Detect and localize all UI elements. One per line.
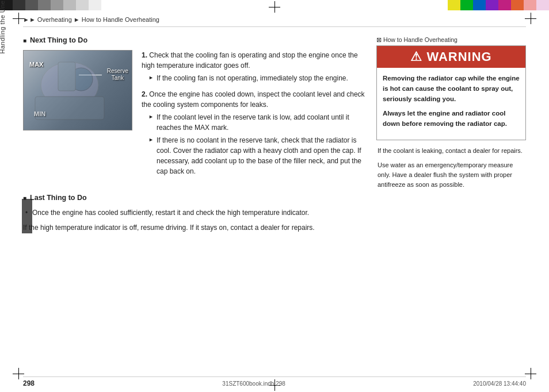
breadcrumb: ►► Overheating ► How to Handle Overheati… xyxy=(23,11,526,27)
step1-sub1: If the cooling fan is not operating, imm… xyxy=(148,73,365,83)
swatch-pink-very-light xyxy=(536,0,549,10)
last-thing-heading: Last Thing to Do xyxy=(23,194,365,202)
note2: Use water as an emergency/temporary meas… xyxy=(378,160,525,190)
svg-rect-3 xyxy=(58,62,75,91)
last-bullet-list: Once the engine has cooled sufficiently,… xyxy=(25,207,365,218)
left-swatches xyxy=(0,0,115,10)
last-paragraph: If the high temperature indicator is off… xyxy=(23,222,365,233)
step2-sub-bullets: If the coolant level in the reserve tank… xyxy=(148,112,365,176)
step1-text: Check that the cooling fan is operating … xyxy=(142,51,358,70)
page-number: 298 xyxy=(23,379,35,387)
last-bullet-item: Once the engine has cooled sufficiently,… xyxy=(25,207,365,218)
swatch-mid-gray1 xyxy=(38,0,51,10)
left-column: Next Thing to Do MAX MIN ReserveTank xyxy=(23,36,365,233)
swatch-mid-gray2 xyxy=(51,0,63,10)
reg-mark-top-left xyxy=(13,13,24,24)
swatch-dark-gray1 xyxy=(13,0,25,10)
svg-rect-1 xyxy=(35,97,104,120)
engine-decoration xyxy=(24,51,132,130)
reg-mark-top-right xyxy=(525,13,536,24)
step1-sub-bullets: If the cooling fan is not operating, imm… xyxy=(148,73,365,83)
step2-sub2: If there is no coolant in the reserve ta… xyxy=(148,135,365,176)
bottom-bar: 298 31SZT600book.indb 298 2010/04/28 13:… xyxy=(23,376,526,387)
crosshair-top xyxy=(269,1,280,13)
swatch-yellow xyxy=(448,0,460,10)
swatch-light-gray2 xyxy=(76,0,89,10)
swatch-pink-light xyxy=(524,0,536,10)
note1: If the coolant is leaking, contact a dea… xyxy=(378,146,525,156)
swatch-orange xyxy=(511,0,524,10)
swatch-light-gray1 xyxy=(63,0,76,10)
date-info: 2010/04/28 13:44:40 xyxy=(473,381,526,387)
warning-bold1: Removing the radiator cap while the engi… xyxy=(383,74,520,104)
reg-mark-bottom-left xyxy=(13,368,24,379)
swatch-very-light-gray xyxy=(89,0,101,10)
swatch-dark-gray2 xyxy=(25,0,38,10)
step-1: 1. Check that the cooling fan is operati… xyxy=(142,50,365,83)
warning-title: WARNING xyxy=(426,49,491,64)
next-thing-heading: Next Thing to Do xyxy=(23,36,365,44)
sidebar-label: Handling the Unexpected xyxy=(0,0,6,54)
step2-text: Once the engine has cooled down, inspect… xyxy=(142,90,365,109)
step2-sub1: If the coolant level in the reserve tank… xyxy=(148,112,365,133)
swatch-purple xyxy=(486,0,498,10)
step-2: 2. Once the engine has cooled down, insp… xyxy=(142,89,365,176)
last-section: Last Thing to Do Once the engine has coo… xyxy=(23,194,365,233)
right-swatches xyxy=(448,0,549,10)
warning-triangle-icon: ⚠ xyxy=(410,49,422,64)
main-layout: Next Thing to Do MAX MIN ReserveTank xyxy=(23,36,526,233)
warning-header: ⚠ WARNING xyxy=(377,46,525,68)
page-content: Handling the Unexpected ►► Overheating ►… xyxy=(23,11,526,375)
engine-image: MAX MIN ReserveTank xyxy=(23,50,132,130)
warning-bold2: Always let the engine and radiator cool … xyxy=(383,109,520,129)
breadcrumb-text: ►► Overheating ► How to Handle Overheati… xyxy=(23,16,159,23)
swatch-magenta xyxy=(498,0,511,10)
warning-body: Removing the radiator cap while the engi… xyxy=(377,68,525,140)
warning-box: ⚠ WARNING Removing the radiator cap whil… xyxy=(376,45,526,140)
step1-number: 1. xyxy=(142,51,147,59)
steps: 1. Check that the cooling fan is operati… xyxy=(142,50,365,182)
reg-mark-bottom-right xyxy=(525,368,536,379)
right-column: How to Handle Overheating ⚠ WARNING Remo… xyxy=(376,36,526,233)
step2-number: 2. xyxy=(142,90,147,98)
steps-with-image: MAX MIN ReserveTank 1. xyxy=(23,50,365,182)
how-to-label: How to Handle Overheating xyxy=(376,36,526,43)
file-info: 31SZT600book.indb 298 xyxy=(222,381,285,387)
swatch-green xyxy=(460,0,473,10)
swatch-blue xyxy=(473,0,486,10)
note-text: If the coolant is leaking, contact a dea… xyxy=(376,146,526,190)
